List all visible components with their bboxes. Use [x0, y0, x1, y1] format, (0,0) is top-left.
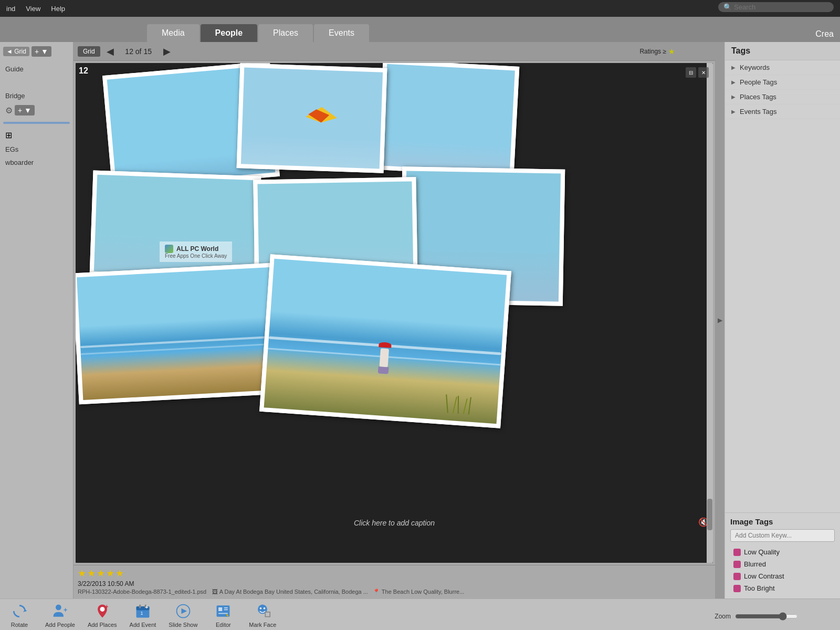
svg-rect-22 [218, 607, 222, 611]
editor-icon [214, 602, 233, 621]
add-places-button[interactable]: + Add Places [88, 602, 117, 628]
info-bar: ★ ★ ★ ★ ★ 3/22/2013 10:50 AM RPH-130322-… [74, 565, 715, 598]
tag-blurred: Blurred [730, 558, 835, 570]
mark-face-button[interactable]: Mark Face [249, 602, 276, 628]
svg-text:1: 1 [140, 611, 143, 616]
rotate-label: Rotate [11, 622, 28, 628]
tag-dot-blurred [733, 561, 741, 568]
img-ctrl-1[interactable]: ⊟ [686, 67, 696, 78]
search-input[interactable] [734, 3, 828, 11]
tab-places[interactable]: Places [258, 24, 313, 42]
image-date: 3/22/2013 10:50 AM [78, 580, 711, 587]
svg-line-5 [457, 396, 459, 414]
toolbar: Grid ◀ 12 of 15 ▶ Ratings ≥ ★ ★ ★ ★ ★ [74, 42, 715, 61]
tag-dot-low-contrast [733, 573, 741, 580]
rating-star-1[interactable]: ★ [78, 568, 86, 579]
vertical-scrollbar[interactable] [707, 63, 713, 563]
create-button[interactable]: Crea [815, 29, 834, 39]
left-panel-selected[interactable] [3, 122, 70, 124]
add-places-label: Add Places [88, 622, 117, 628]
expand-panel-arrow[interactable]: ▶ [715, 42, 724, 598]
prev-arrow[interactable]: ◀ [104, 46, 116, 57]
rotate-button[interactable]: Rotate [6, 602, 33, 628]
svg-point-9 [56, 604, 61, 610]
tag-people-label: People Tags [740, 78, 777, 86]
add-people-label: Add People [45, 622, 75, 628]
star-4[interactable]: ★ [695, 47, 702, 56]
star-2[interactable]: ★ [677, 47, 684, 56]
main-layout: ◄ Grid + ▼ Guide Bridge ⚙ + ▼ ⊞ EGs wboa… [0, 42, 840, 598]
tab-events[interactable]: Events [314, 24, 369, 42]
tag-events-tags[interactable]: ▶ Events Tags [725, 104, 840, 119]
mark-face-icon [253, 602, 272, 621]
editor-button[interactable]: Editor [210, 602, 236, 628]
tab-bar: Media People Places Events Crea [0, 17, 840, 42]
svg-marker-20 [181, 608, 187, 614]
menu-item-help[interactable]: Help [51, 5, 65, 13]
page-info: 12 of 15 [120, 47, 157, 56]
rating-star-3[interactable]: ★ [97, 568, 105, 579]
scrollbar-thumb[interactable] [707, 499, 712, 530]
svg-text:+: + [145, 604, 148, 610]
img-ctrl-2[interactable]: ✕ [698, 67, 709, 78]
left-panel: ◄ Grid + ▼ Guide Bridge ⚙ + ▼ ⊞ EGs wboa… [0, 42, 74, 598]
custom-keyword-input[interactable] [730, 529, 835, 542]
left-panel-guide[interactable]: Guide [3, 64, 70, 74]
tag-keywords[interactable]: ▶ Keywords [725, 60, 840, 75]
svg-rect-25 [218, 613, 228, 614]
svg-line-4 [453, 396, 456, 413]
svg-rect-24 [224, 609, 228, 610]
tag-places-tags[interactable]: ▶ Places Tags [725, 90, 840, 104]
bottom-toolbar: Rotate + Add People + Add Places [0, 598, 840, 630]
left-add2-button[interactable]: + ▼ [15, 105, 35, 116]
left-panel-wboarder[interactable]: wboarder [3, 158, 70, 167]
tab-media[interactable]: Media [147, 24, 200, 42]
zoom-slider[interactable] [735, 612, 798, 621]
ratings-area: Ratings ≥ ★ ★ ★ ★ ★ [639, 47, 711, 56]
next-arrow[interactable]: ▶ [161, 46, 173, 57]
add-people-button[interactable]: + Add People [45, 602, 75, 628]
tag-dot-low-quality [733, 549, 741, 556]
image-area: 12 ALL PC World Free Apps One Click Away… [76, 63, 713, 563]
svg-line-6 [463, 398, 467, 414]
menu-item-view[interactable]: View [26, 5, 40, 13]
left-panel-bridge[interactable]: Bridge [3, 91, 70, 101]
svg-point-28 [260, 607, 262, 609]
svg-rect-23 [224, 607, 228, 608]
tag-people-tags[interactable]: ▶ People Tags [725, 75, 840, 90]
grid-button[interactable]: Grid [78, 46, 100, 57]
svg-point-29 [264, 607, 266, 609]
mark-face-label: Mark Face [249, 622, 276, 628]
tag-arrow-keywords: ▶ [731, 65, 736, 70]
rating-stars-row: ★ ★ ★ ★ ★ [78, 568, 711, 579]
search-bar[interactable]: 🔍 [718, 2, 834, 12]
tag-low-quality: Low Quality [730, 546, 835, 558]
add-button[interactable]: + ▼ [32, 46, 51, 57]
tag-places-label: Places Tags [740, 93, 776, 101]
center-area: Grid ◀ 12 of 15 ▶ Ratings ≥ ★ ★ ★ ★ ★ [74, 42, 715, 598]
tag-events-label: Events Tags [740, 108, 777, 116]
tag-low-contrast: Low Contrast [730, 570, 835, 582]
photo-collage: 12 ALL PC World Free Apps One Click Away… [76, 63, 713, 563]
rating-star-2[interactable]: ★ [87, 568, 96, 579]
star-1[interactable]: ★ [668, 47, 675, 56]
star-5[interactable]: ★ [704, 47, 711, 56]
rating-star-4[interactable]: ★ [106, 568, 114, 579]
editor-label: Editor [216, 622, 231, 628]
slideshow-button[interactable]: Slide Show [169, 602, 197, 628]
tag-keywords-label: Keywords [740, 64, 770, 71]
rating-star-5[interactable]: ★ [116, 568, 124, 579]
star-3[interactable]: ★ [686, 47, 693, 56]
back-button[interactable]: ◄ Grid [3, 47, 29, 56]
menu-item-ind[interactable]: ind [6, 5, 15, 13]
tag-too-bright: Too Bright [730, 582, 835, 594]
image-number: 12 [79, 66, 88, 76]
add-event-button[interactable]: 1 + Add Event [130, 602, 156, 628]
svg-line-2 [310, 122, 321, 123]
left-panel-egs[interactable]: EGs [3, 144, 70, 154]
image-controls: ⊟ ✕ [686, 67, 709, 78]
tab-people[interactable]: People [201, 24, 257, 42]
image-meta: RPH-130322-Adobe-Bodega-8873-1_edited-1.… [78, 589, 711, 595]
add-places-icon: + [93, 602, 112, 621]
image-tags-header: Image Tags [730, 517, 835, 526]
